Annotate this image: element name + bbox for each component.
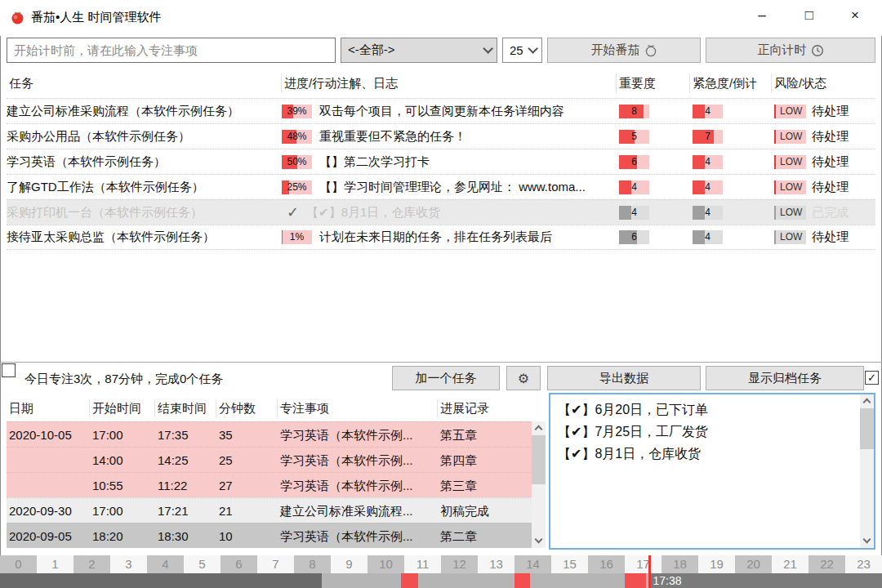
task-importance-cell: 5 — [617, 124, 690, 149]
timeline-hour-cell: 16 — [588, 555, 625, 573]
task-row[interactable]: 采购打印机一台（本软件示例任务）✓【✔】8月1日，仓库收货44LOW已完成 — [7, 199, 875, 225]
task-row[interactable]: 学习英语（本软件示例任务）50%【】第二次学习打卡64LOW待处理 — [7, 149, 875, 174]
progress-badge: 25% — [282, 180, 312, 194]
badge-value: 6 — [619, 230, 649, 244]
history-minutes: 25 — [216, 448, 278, 472]
start-pomodoro-button[interactable]: 开始番茄 — [547, 38, 701, 63]
task-row[interactable]: 了解GTD工作法（本软件示例任务）25%【】学习时间管理理论，参见网址： www… — [7, 174, 875, 199]
minimize-button[interactable]: – — [738, 0, 786, 31]
task-progress-cell: 25%【】学习时间管理理论，参见网址： www.toma... — [282, 175, 617, 199]
timeline-hour-cell: 1 — [37, 555, 74, 573]
history-task: 学习英语（本软件示例... — [278, 448, 438, 472]
archive-checkbox[interactable]: ✓ — [865, 371, 879, 385]
task-progress-cell: 1%计划在未来日期的任务，排在任务列表最后 — [282, 225, 617, 249]
today-filter-checkbox[interactable] — [2, 363, 16, 377]
task-risk-cell: LOW待处理 — [772, 225, 875, 249]
timeline-hour-cell: 20 — [735, 555, 772, 573]
task-note: 重视重要但不紧急的任务！ — [319, 129, 466, 145]
scrollbar-thumb[interactable] — [860, 408, 874, 449]
task-note: 【】第二次学习打卡 — [319, 154, 430, 170]
log-scrollbar[interactable] — [860, 394, 874, 548]
close-button[interactable]: × — [831, 0, 879, 31]
timeline-hour-cell: 12 — [441, 555, 478, 573]
clock-icon — [811, 44, 824, 57]
progress-badge: 48% — [282, 130, 312, 144]
task-row[interactable]: 接待亚太采购总监（本软件示例任务）1%计划在未来日期的任务，排在任务列表最后64… — [7, 225, 875, 250]
history-scrollbar[interactable] — [532, 421, 546, 548]
minutes-value: 25 — [510, 43, 523, 57]
task-filter-dropdown[interactable]: <-全部-> — [341, 38, 497, 63]
history-row[interactable]: 14:0014:2525学习英语（本软件示例...第四章 — [7, 447, 546, 472]
scroll-down-arrow-icon[interactable] — [860, 534, 874, 548]
risk-badge: LOW — [774, 130, 806, 144]
history-row[interactable]: 2020-09-3017:0017:2121建立公司标准采购流程...初稿完成 — [7, 497, 546, 523]
history-table: 日期 开始时间 结束时间 分钟数 专注事项 进展记录 2020-10-0517:… — [7, 394, 546, 550]
task-filter-value: <-全部-> — [348, 42, 395, 58]
risk-badge: LOW — [774, 230, 806, 244]
task-urgency-cell: 4 — [690, 99, 772, 123]
task-note: 双击每个项目，可以查阅更新本任务详细内容 — [319, 104, 564, 119]
focus-input[interactable] — [7, 38, 336, 63]
minutes-dropdown[interactable]: 25 — [502, 38, 542, 63]
task-urgency-cell: 4 — [690, 200, 772, 225]
badge-value: 4 — [693, 230, 723, 244]
maximize-button[interactable]: □ — [786, 0, 833, 31]
history-start: 14:00 — [90, 448, 155, 472]
importance-badge: 6 — [619, 230, 649, 244]
task-log-textarea[interactable]: 【✔】6月20日，已下订单【✔】7月25日，工厂发货【✔】8月1日，仓库收货 — [549, 393, 875, 550]
show-archived-button[interactable]: 显示归档任务 — [706, 366, 864, 390]
header-task: 任务 — [7, 74, 282, 93]
task-risk-cell: LOW待处理 — [772, 175, 875, 199]
timeline-hour-cell: 22 — [808, 555, 845, 573]
risk-badge: LOW — [774, 206, 806, 220]
bottom-section: 日期 开始时间 结束时间 分钟数 专注事项 进展记录 2020-10-0517:… — [0, 393, 882, 551]
scroll-down-arrow-icon[interactable] — [532, 534, 546, 548]
history-minutes: 21 — [216, 498, 278, 523]
history-row[interactable]: 10:5511:2227学习英语（本软件示例...第三章 — [7, 472, 546, 497]
task-urgency-cell: 7 — [690, 124, 772, 149]
header-focus-item: 专注事项 — [278, 399, 438, 417]
history-date — [7, 448, 90, 472]
task-row[interactable]: 建立公司标准采购流程（本软件示例任务）39%双击每个项目，可以查阅更新本任务详细… — [7, 98, 875, 123]
scroll-up-arrow-icon[interactable] — [860, 394, 874, 408]
urgency-badge: 4 — [693, 105, 723, 118]
badge-value: 4 — [693, 206, 723, 220]
scroll-up-arrow-icon[interactable] — [532, 421, 546, 435]
badge-value: 6 — [619, 155, 649, 169]
badge-value: 8 — [619, 105, 649, 118]
header-minutes: 分钟数 — [216, 399, 278, 417]
timeline-hour-cell: 8 — [294, 555, 331, 573]
count-up-label: 正向计时 — [758, 42, 807, 58]
task-table: 任务 进度/行动注解、日志 重要度 紧急度/倒计 风险/状态 建立公司标准采购流… — [7, 69, 875, 362]
history-row[interactable]: 2020-09-0518:2018:3010学习英语（本软件示例...第二章 — [7, 523, 546, 548]
history-table-header: 日期 开始时间 结束时间 分钟数 专注事项 进展记录 — [7, 394, 546, 421]
task-urgency-cell: 4 — [690, 175, 772, 199]
summary-bar: 今日专注3次，87分钟，完成0个任务 加一个任务 ⚙ 导出数据 显示归档任务 ✓ — [0, 362, 882, 393]
task-progress-cell: 39%双击每个项目，可以查阅更新本任务详细内容 — [282, 99, 617, 123]
progress-badge: 39% — [282, 105, 312, 118]
urgency-badge: 4 — [693, 206, 723, 220]
count-up-timer-button[interactable]: 正向计时 — [706, 38, 875, 63]
history-row[interactable]: 2020-10-0517:0017:3535学习英语（本软件示例...第五章 — [7, 421, 546, 447]
history-task: 学习英语（本软件示例... — [278, 473, 438, 497]
header-urgency: 紧急度/倒计 — [690, 74, 772, 93]
chevron-down-icon — [528, 43, 538, 54]
header-end-time: 结束时间 — [155, 399, 216, 417]
add-task-button[interactable]: 加一个任务 — [392, 366, 500, 390]
task-row[interactable]: 采购办公用品（本软件示例任务）48%重视重要但不紧急的任务！57LOW待处理 — [7, 123, 875, 149]
log-line: 【✔】8月1日，仓库收货 — [558, 443, 856, 465]
badge-value: 4 — [619, 180, 649, 194]
settings-button[interactable]: ⚙ — [506, 366, 541, 390]
status-text: 待处理 — [812, 104, 849, 119]
focus-session-block — [514, 573, 530, 588]
progress-badge: 1% — [282, 230, 312, 244]
task-name: 了解GTD工作法（本软件示例任务） — [7, 175, 282, 199]
scrollbar-thumb[interactable] — [532, 435, 546, 484]
status-text: 已完成 — [812, 205, 849, 220]
export-data-button[interactable]: 导出数据 — [547, 366, 701, 390]
toolbar: <-全部-> 25 开始番茄 正向计时 — [0, 36, 882, 69]
timeline-hour-cell: 9 — [331, 555, 368, 573]
task-name: 采购打印机一台（本软件示例任务） — [7, 200, 282, 225]
timeline-hour-cell: 14 — [514, 555, 551, 573]
history-end: 18:30 — [155, 523, 216, 548]
